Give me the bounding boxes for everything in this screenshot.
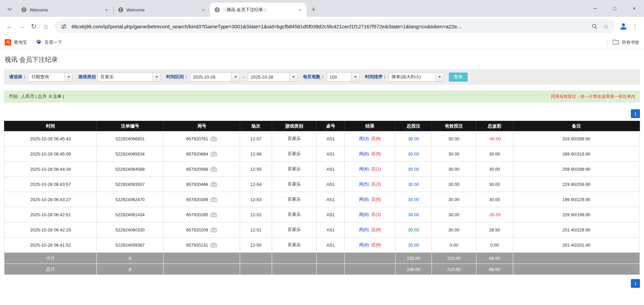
cell-session: 12-53 bbox=[240, 192, 272, 207]
sort-order-select[interactable]: 降幂(由大到小) bbox=[389, 73, 444, 82]
cell-total-bet: 30.00 bbox=[396, 207, 432, 222]
range-separator: ~ bbox=[242, 75, 245, 80]
chevron-down-icon[interactable] bbox=[351, 73, 359, 81]
forward-button[interactable]: → bbox=[16, 20, 28, 32]
cell-session: 12-55 bbox=[240, 162, 272, 177]
url-bar[interactable]: 66cxkj98.com/ipl/portal.php/game/betreco… bbox=[55, 20, 615, 33]
cell-session: 12-57 bbox=[240, 131, 272, 146]
cell-round: 657920389 bbox=[164, 192, 240, 207]
cell-time: 2025-10-28 06:43:27 bbox=[4, 192, 97, 207]
bookmark-star-icon[interactable]: ☆ bbox=[602, 22, 610, 31]
cell-bet-id: 522924063557 bbox=[97, 177, 164, 192]
camera-icon[interactable] bbox=[210, 151, 217, 157]
bookmark-baidu[interactable]: 百度一下 bbox=[36, 39, 62, 46]
empty-cell bbox=[240, 253, 272, 264]
camera-icon[interactable] bbox=[210, 197, 217, 202]
chevron-down-icon[interactable] bbox=[152, 73, 160, 81]
date-from-value: 2025-10-28 bbox=[190, 73, 231, 81]
round-number: 657920664 bbox=[186, 151, 208, 157]
tab-close-icon[interactable]: × bbox=[103, 6, 110, 13]
result-player: 闲(6) bbox=[359, 166, 369, 171]
tab-welcome-1[interactable]: Welcome × bbox=[17, 3, 113, 17]
close-window-button[interactable]: × bbox=[624, 0, 644, 17]
tab-close-icon[interactable]: × bbox=[200, 6, 207, 13]
query-type-select[interactable]: 日期查询 bbox=[28, 73, 73, 82]
site-settings-icon[interactable] bbox=[59, 22, 68, 31]
tab-close-icon[interactable]: × bbox=[296, 6, 303, 13]
result-player: 闲(0) bbox=[359, 227, 369, 232]
camera-icon[interactable] bbox=[210, 167, 217, 172]
total-bet-link[interactable]: 30.00 bbox=[408, 136, 419, 141]
tab-title: Welcome bbox=[30, 7, 100, 12]
cell-valid-bet: 30.00 bbox=[432, 207, 476, 222]
game-type-select[interactable]: 百家乐 bbox=[97, 73, 161, 82]
cell-round: 657920209 bbox=[164, 222, 240, 238]
chevron-down-icon[interactable] bbox=[436, 73, 444, 81]
total-bet-link[interactable]: 20.00 bbox=[408, 243, 419, 248]
page-1-button[interactable]: 1 bbox=[631, 279, 640, 288]
bookmark-taobao[interactable]: 淘 爱淘宝 bbox=[5, 39, 27, 46]
header-payout: 总派彩 bbox=[476, 121, 513, 131]
cell-time: 2025-10-28 06:42:51 bbox=[4, 207, 97, 222]
cell-session: 12-54 bbox=[240, 177, 272, 192]
cell-bet-id: 522924066801 bbox=[97, 131, 164, 146]
home-button[interactable]: ⌂ bbox=[40, 20, 52, 32]
cell-result: 闲(6)庄(1) bbox=[345, 162, 396, 177]
cell-result: 闲(8)庄(6) bbox=[345, 192, 396, 207]
total-bet-link[interactable]: 30.00 bbox=[408, 197, 419, 202]
total-bet-link[interactable]: 30.00 bbox=[408, 227, 419, 232]
page-size-select[interactable]: 100 bbox=[327, 73, 360, 82]
maximize-button[interactable]: □ bbox=[605, 0, 624, 17]
date-range-label: 时间区间： bbox=[166, 74, 188, 80]
bet-table-body: 2025-10-28 06:45:43 522924066801 6579207… bbox=[4, 131, 640, 253]
total-bet-link[interactable]: 30.00 bbox=[408, 151, 419, 157]
result-player: 闲(8) bbox=[359, 242, 369, 247]
result-banker: 庄(6) bbox=[371, 197, 381, 202]
camera-icon[interactable] bbox=[210, 182, 217, 187]
table-row: 2025-10-28 06:43:57 522924063557 6579204… bbox=[4, 177, 640, 192]
total-bet-link[interactable]: 30.00 bbox=[408, 182, 419, 187]
camera-icon[interactable] bbox=[210, 136, 217, 141]
cell-valid-bet: 30.00 bbox=[432, 177, 476, 192]
back-button[interactable]: ← bbox=[3, 20, 16, 32]
taobao-icon: 淘 bbox=[5, 39, 11, 46]
subtotal-payout: 88.50 bbox=[476, 253, 513, 264]
browser-menu-icon[interactable]: ⋮ bbox=[629, 21, 641, 32]
profile-avatar[interactable] bbox=[618, 21, 629, 32]
refresh-button[interactable]: ↻ bbox=[28, 20, 40, 32]
chevron-down-icon[interactable] bbox=[64, 73, 72, 81]
chevron-down-icon[interactable] bbox=[231, 73, 239, 81]
cell-round: 657920131 bbox=[164, 238, 240, 253]
search-button[interactable]: 查询 bbox=[449, 73, 468, 82]
page-1-button[interactable]: 1 bbox=[631, 109, 640, 118]
total-bet-link[interactable]: 30.00 bbox=[408, 212, 419, 217]
cell-note: 201.40/201.40 bbox=[513, 238, 640, 253]
url-text[interactable]: 66cxkj98.com/ipl/portal.php/game/betreco… bbox=[71, 24, 587, 29]
folder-icon bbox=[613, 39, 619, 46]
cell-payout: -30.00 bbox=[476, 207, 513, 222]
result-banker: 庄(3) bbox=[371, 182, 381, 187]
result-banker: 庄(1) bbox=[371, 166, 381, 171]
round-number: 657920466 bbox=[186, 182, 208, 187]
camera-icon[interactable] bbox=[210, 212, 217, 217]
camera-icon[interactable] bbox=[210, 227, 217, 232]
new-tab-button[interactable]: + bbox=[308, 4, 319, 15]
camera-icon[interactable] bbox=[210, 243, 217, 248]
tab-bet-records-active[interactable]: :::视讯 会员下注纪录::: × bbox=[210, 3, 306, 17]
zoom-icon[interactable] bbox=[590, 22, 599, 31]
all-bookmarks-label: 所有书签 bbox=[622, 39, 639, 46]
tab-search-button[interactable] bbox=[4, 3, 15, 14]
query-type-value: 日期查询 bbox=[29, 73, 64, 81]
header-bet-id: 注单编号 bbox=[97, 121, 164, 131]
round-number: 657920209 bbox=[186, 227, 208, 232]
tab-welcome-2[interactable]: Welcome × bbox=[114, 3, 210, 17]
total-bet-link[interactable]: 30.00 bbox=[408, 167, 419, 172]
date-from-input[interactable]: 2025-10-28 bbox=[190, 73, 240, 82]
cell-time: 2025-10-28 06:44:34 bbox=[4, 162, 97, 177]
minimize-button[interactable]: ─ bbox=[585, 0, 605, 17]
all-bookmarks-button[interactable]: 所有书签 bbox=[613, 39, 639, 46]
date-to-input[interactable]: 2025-10-28 bbox=[248, 73, 298, 82]
cell-table: AS1 bbox=[317, 162, 345, 177]
cell-table: AS1 bbox=[317, 238, 345, 253]
chevron-down-icon[interactable] bbox=[289, 73, 297, 81]
